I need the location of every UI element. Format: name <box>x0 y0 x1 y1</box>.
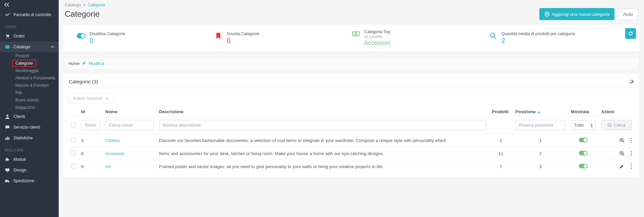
stat-label: Disattiva Categorie <box>90 31 125 36</box>
zoom-icon[interactable] <box>619 138 625 143</box>
sidebar-item-label: Spedizione <box>13 178 34 183</box>
search-button[interactable]: Cerca <box>601 120 632 130</box>
svg-point-23 <box>631 153 632 154</box>
gear-icon[interactable] <box>628 78 634 84</box>
svg-rect-7 <box>5 168 9 171</box>
edit-icon[interactable] <box>619 164 625 169</box>
row-checkbox[interactable] <box>71 163 76 168</box>
svg-rect-3 <box>5 126 9 128</box>
svg-point-16 <box>608 124 611 126</box>
svg-point-14 <box>355 33 357 35</box>
col-shown[interactable]: Mostrata <box>568 106 598 117</box>
shown-toggle[interactable] <box>579 164 588 168</box>
col-products[interactable]: Prodotti <box>489 106 513 117</box>
search-shown-select[interactable]: Tutto <box>571 120 596 130</box>
kebab-icon[interactable] <box>631 138 632 143</box>
sidebar-item-stats[interactable]: Statistiche <box>0 133 59 143</box>
page-title: Categorie <box>65 9 100 19</box>
stat-label: Categoria Top <box>364 29 390 34</box>
col-name[interactable]: Nome <box>103 106 156 117</box>
sidebar-item-design[interactable]: Design <box>0 165 59 175</box>
store-icon <box>5 44 10 50</box>
zoom-icon[interactable] <box>619 151 625 156</box>
shown-toggle[interactable] <box>579 151 588 155</box>
sidebar-section-improve: MIGLIORA <box>0 143 59 154</box>
cell-name-link[interactable]: Art <box>105 164 111 169</box>
refresh-button[interactable] <box>625 28 636 39</box>
sidebar-sub-attributi[interactable]: Attributi e Funzionalità <box>12 74 59 82</box>
sidebar-item-label: Catalogo <box>13 45 30 49</box>
breadcrumb-current[interactable]: Categorie <box>88 3 105 7</box>
row-checkbox[interactable] <box>71 150 76 155</box>
home-label: Home <box>68 61 79 66</box>
sidebar-item-modules[interactable]: Moduli <box>0 154 59 165</box>
sidebar-item-label: Ordini <box>13 34 24 39</box>
svg-point-18 <box>631 138 632 139</box>
sidebar-item-customerservice[interactable]: Servizio clienti <box>0 122 59 133</box>
sidebar: Pannello di controllo VENDI Ordini Catal… <box>0 0 59 217</box>
sidebar-item-catalog[interactable]: Catalogo <box>0 42 59 52</box>
edit-link[interactable]: Modifica <box>89 61 104 66</box>
help-button[interactable]: Aiuto <box>618 8 638 20</box>
sidebar-sub-file[interactable]: File <box>12 89 59 96</box>
col-position[interactable]: Posizione▲ <box>513 106 568 117</box>
shown-toggle[interactable] <box>579 138 588 142</box>
svg-point-2 <box>6 115 8 117</box>
sidebar-sub-buoni[interactable]: Buoni sconto <box>12 96 59 104</box>
sidebar-sub-marche[interactable]: Marche & Fornitori <box>12 82 59 89</box>
search-position-input[interactable] <box>515 120 566 130</box>
sidebar-sub-categorie[interactable]: Categorie <box>12 60 36 67</box>
col-id[interactable]: Id <box>78 106 103 117</box>
money-icon <box>352 29 360 38</box>
stat-empty-categories: Svuota Categorie 0 <box>214 31 351 45</box>
col-desc[interactable]: Descrizione <box>156 106 489 117</box>
cart-icon <box>5 33 10 39</box>
kebab-icon[interactable] <box>631 164 632 169</box>
cell-id: 6 <box>78 147 103 160</box>
home-edit-bar: Home Modifica <box>63 57 639 70</box>
sidebar-collapse[interactable] <box>0 0 59 9</box>
kebab-icon[interactable] <box>631 151 632 156</box>
bulk-actions-button[interactable]: Azioni massive <box>68 93 114 104</box>
monitor-icon <box>5 167 10 173</box>
cell-name-link[interactable]: Clothes <box>105 138 120 143</box>
add-category-button[interactable]: Aggiungi una nuova categoria <box>539 8 614 20</box>
stat-value: 2 <box>501 37 575 45</box>
search-desc-input[interactable] <box>159 120 486 130</box>
table-row[interactable]: 3ClothesDiscover our favorites fashionab… <box>68 134 635 147</box>
table-row[interactable]: 9ArtFramed poster and vector images, all… <box>68 160 635 173</box>
sidebar-sub-monitoraggio[interactable]: Monitoraggio <box>12 67 59 74</box>
svg-point-24 <box>631 155 632 156</box>
cell-name-link[interactable]: Accessori <box>105 151 124 156</box>
svg-point-26 <box>631 166 632 167</box>
cell-position: 3 <box>513 160 568 173</box>
bulk-actions-label: Azioni massive <box>73 96 102 101</box>
sidebar-item-label: Servizio clienti <box>13 125 40 130</box>
sidebar-item-label: Design <box>13 168 26 172</box>
row-checkbox[interactable] <box>71 137 76 142</box>
sidebar-sub-prodotti[interactable]: Prodotti <box>12 52 59 60</box>
breadcrumb-root: Catalogo <box>65 3 81 7</box>
cell-desc: Discover our favorites fashionable disco… <box>156 134 489 147</box>
cell-position: 2 <box>513 147 568 160</box>
cell-desc: Items and accessories for your desk, kit… <box>156 147 489 160</box>
svg-rect-4 <box>5 138 6 140</box>
svg-point-19 <box>631 140 632 141</box>
sidebar-item-clients[interactable]: Clienti <box>0 111 59 122</box>
sidebar-item-dashboard[interactable]: Pannello di controllo <box>0 9 59 20</box>
sidebar-sub-magazzino[interactable]: Magazzino <box>12 104 59 111</box>
sidebar-item-shipping[interactable]: Spedizione <box>0 175 59 186</box>
stats-panel: Disattiva Categorie 0 Svuota Categorie 0… <box>63 25 639 51</box>
table-row[interactable]: 6AccessoriItems and accessories for your… <box>68 147 635 160</box>
sidebar-item-orders[interactable]: Ordini <box>0 31 59 42</box>
search-name-input[interactable] <box>105 120 154 130</box>
sidebar-item-label: Pannello di controllo <box>13 12 51 17</box>
col-actions: Azioni <box>598 106 635 117</box>
stat-avg-products: Quantità media di prodotti per categoria… <box>489 31 626 45</box>
sidebar-item-label: Moduli <box>13 157 26 162</box>
search-id-input[interactable] <box>81 120 100 130</box>
puzzle-icon <box>5 157 10 162</box>
main-content: Catalogo > Categorie Categorie Aggiungi … <box>59 0 644 217</box>
select-all-checkbox[interactable] <box>71 122 76 127</box>
toggle-icon <box>77 31 86 40</box>
